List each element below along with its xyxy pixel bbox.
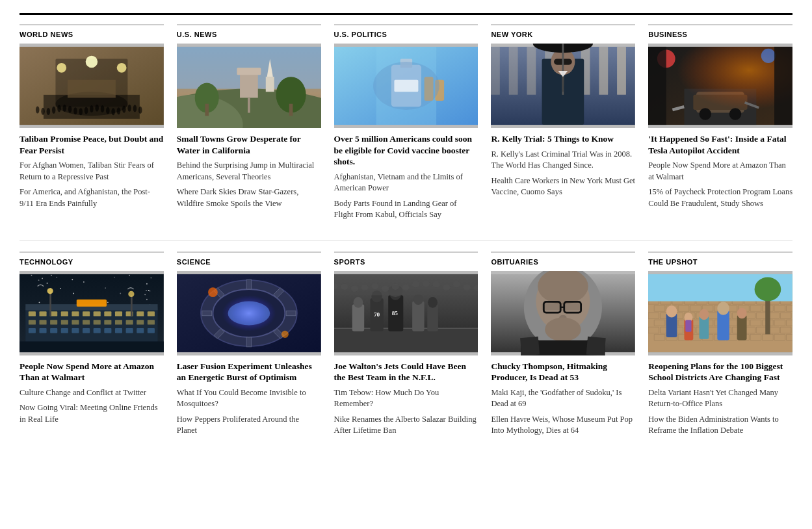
main-headline[interactable]: Reopening Plans for the 100 Biggest Scho… [648,361,792,383]
svg-rect-124 [39,320,46,324]
main-headline[interactable]: Small Towns Grow Desperate for Water in … [177,133,321,156]
svg-point-9 [41,108,45,115]
category-title: U.S. Politics [334,31,478,38]
svg-point-5 [117,63,127,73]
sub-story-1[interactable]: R. Kelly's Last Criminal Trial Was in 20… [491,149,635,172]
svg-point-189 [371,283,378,289]
svg-rect-164 [246,279,251,289]
sub-story-2[interactable]: Nike Renames the Alberto Salazar Buildin… [334,414,478,437]
svg-point-92 [42,277,43,279]
svg-point-10 [47,108,51,115]
svg-point-191 [391,283,399,289]
svg-rect-50 [491,47,500,95]
category-title: Business [648,31,792,38]
main-headline[interactable]: Taliban Promise Peace, but Doubt and Fea… [20,133,164,156]
category-col-us-news: U.S. News Small Towns Grow Desperate for… [177,24,321,225]
category-col-sports: Sports 85 70 Joe [334,252,478,441]
business-image[interactable] [648,44,792,128]
svg-point-291 [666,305,677,317]
svg-point-96 [31,274,33,276]
main-headline[interactable]: 'It Happened So Fast': Inside a Fatal Te… [648,133,792,156]
svg-point-296 [700,309,709,320]
svg-rect-178 [412,301,424,331]
obituaries-image[interactable] [491,271,635,355]
svg-rect-212 [586,336,606,355]
sub-story-2[interactable]: Health Care Workers in New York Must Get… [491,175,635,198]
svg-rect-147 [77,299,107,306]
svg-point-86 [38,279,40,281]
svg-point-18 [90,105,94,112]
technology-image[interactable] [20,271,164,355]
svg-rect-158 [286,311,296,315]
sub-story-1[interactable]: Behind the Surprising Jump in Multiracia… [177,160,321,183]
category-title: Technology [20,258,164,266]
svg-point-198 [463,284,470,290]
svg-point-14 [68,106,72,113]
svg-point-73 [761,49,776,63]
svg-rect-294 [685,320,691,331]
category-col-world-news: World News Taliban Promise Peace, but Do… [20,24,164,225]
us-news-image[interactable] [177,44,321,128]
row-divider [20,240,792,241]
science-image[interactable] [177,271,321,355]
sub-story-1[interactable]: Maki Kaji, the 'Godfather of Sudoku,' Is… [491,387,635,410]
svg-point-94 [56,276,57,277]
svg-point-26 [133,105,137,112]
svg-rect-182 [352,304,363,331]
sub-story-2[interactable]: How Peppers Proliferated Around the Plan… [177,414,321,437]
sub-story-1[interactable]: Delta Variant Hasn't Yet Changed Many Re… [648,387,792,410]
sub-story-1[interactable]: What If You Could Become Invisible to Mo… [177,387,321,410]
svg-point-11 [52,107,56,114]
main-headline[interactable]: Joe Walton's Jets Could Have Been the Be… [334,361,478,383]
svg-rect-160 [246,337,251,347]
sub-story-2[interactable]: 15% of Paycheck Protection Program Loans… [648,187,792,209]
category-col-business: Business 'It Happened So Fast': Inside a… [648,24,792,225]
svg-rect-149 [49,292,51,316]
svg-rect-56 [599,47,609,95]
svg-point-93 [129,274,130,276]
new-york-image[interactable] [491,44,635,128]
sub-story-2[interactable]: Ellen Havre Weis, Whose Museum Put Pop I… [491,414,635,437]
sub-story-1[interactable]: Tim Tebow: How Much Do You Remember? [334,387,478,410]
svg-point-298 [717,302,729,315]
sub-story-2[interactable]: Body Parts Found in Landing Gear of Flig… [334,198,478,221]
svg-point-81 [39,302,40,303]
sub-story-1[interactable]: Afghanistan, Vietnam and the Limits of A… [334,172,478,194]
sub-story-1[interactable]: For Afghan Women, Taliban Stir Fears of … [20,160,164,183]
row1-grid: World News Taliban Promise Peace, but Do… [20,24,792,225]
main-headline[interactable]: R. Kelly Trial: 5 Things to Know [491,133,635,145]
main-headline[interactable]: Laser Fusion Experiment Unleashes an Ene… [177,361,321,383]
sub-story-1[interactable]: Culture Change and Conflict at Twitter [20,387,164,399]
category-col-science: Science Laser Fusion Experiment Unleashe… [177,252,321,441]
category-title: World News [20,31,164,38]
news-page: World News Taliban Promise Peace, but Do… [0,0,812,454]
main-headline[interactable]: People Now Spend More at Amazon Than at … [20,361,164,383]
main-headline[interactable]: Over 5 million Americans could soon be e… [334,133,478,168]
sub-story-2[interactable]: How the Biden Administration Wants to Re… [648,414,792,437]
main-headline[interactable]: Chucky Thompson, Hitmaking Producer, Is … [491,361,635,383]
svg-rect-34 [248,97,250,112]
svg-point-98 [60,288,61,289]
world-news-image[interactable] [20,44,164,128]
svg-point-87 [107,302,109,303]
svg-point-190 [382,285,389,291]
svg-rect-180 [427,304,438,331]
svg-rect-123 [29,320,36,324]
the-upshot-image[interactable] [648,271,792,355]
svg-rect-132 [126,320,133,324]
svg-rect-130 [104,320,111,324]
us-politics-image[interactable] [334,44,478,128]
category-col-the-upshot: The Upshot [648,252,792,441]
svg-point-24 [122,106,126,113]
sub-story-2[interactable]: Where Dark Skies Draw Star-Gazers, Wildf… [177,187,321,209]
svg-point-166 [208,287,218,297]
svg-point-106 [105,287,106,289]
sub-story-2[interactable]: Now Going Viral: Meeting Online Friends … [20,402,164,425]
sports-image[interactable]: 85 70 [334,271,478,355]
svg-rect-117 [94,311,101,316]
category-title: Sports [334,258,478,266]
sub-story-2[interactable]: For America, and Afghanistan, the Post-9… [20,187,164,209]
svg-rect-138 [61,328,68,333]
sub-story-1[interactable]: People Now Spend More at Amazon Than at … [648,160,792,183]
svg-point-195 [432,281,439,287]
